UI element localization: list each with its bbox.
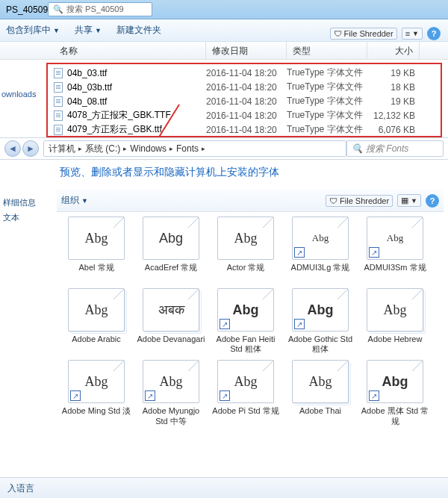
table-row[interactable]: 4079_方正彩云_GBK.ttf2016-11-04 18:20TrueTyp… <box>48 122 441 137</box>
table-row[interactable]: 04b_03b.ttf2016-11-04 18:20TrueType 字体文件… <box>48 80 441 94</box>
font-tile[interactable]: Abg↗Adobe Pi Std 常规 <box>211 360 281 426</box>
font-label: Actor 常规 <box>211 263 281 282</box>
search-icon: 🔍 <box>53 4 63 14</box>
font-tile[interactable]: AbgAcadEref 常规 <box>136 217 206 282</box>
window-title: PS_40509 <box>6 4 48 15</box>
col-date[interactable]: 修改日期 <box>206 42 287 59</box>
font-label: Adobe Hebrew <box>360 334 430 354</box>
sidebar-fonts: 样细信息 文本 <box>0 190 45 231</box>
file-size: 6,076 KB <box>367 125 415 135</box>
sidebar-text-settings[interactable]: 文本 <box>3 211 42 225</box>
view-options-button[interactable]: ≡ ▼ <box>402 28 423 40</box>
file-shredder-button[interactable]: 🛡File Shredder <box>330 28 397 40</box>
toolbar-fonts: 组织▼ 🛡File Shredder ▦▼ ? <box>57 190 444 212</box>
search-fonts-placeholder: 搜索 Fonts <box>366 143 408 155</box>
font-thumbnail: Abg <box>217 217 274 260</box>
breadcrumb[interactable]: 计算机▸系统 (C:)▸Windows▸Fonts▸ <box>43 140 346 157</box>
view-options-button[interactable]: ▦▼ <box>397 194 421 207</box>
font-file-icon <box>54 125 63 135</box>
breadcrumb-segment[interactable]: Fonts <box>176 143 199 154</box>
font-tile[interactable]: AbgAdobe Hebrew <box>360 288 430 354</box>
sidebar-downloads[interactable]: ownloads <box>1 90 45 99</box>
file-date: 2016-11-04 18:20 <box>206 82 287 93</box>
file-size: 12,132 KB <box>367 111 415 121</box>
file-shredder-button[interactable]: 🛡File Shredder <box>326 195 393 207</box>
font-label: Abel 常规 <box>61 263 131 282</box>
font-tile[interactable]: Abg↗Adobe Gothic Std 粗体 <box>285 288 355 354</box>
organize-button[interactable]: 组织▼ <box>61 194 88 207</box>
nav-back-button[interactable]: ◄ <box>4 140 21 157</box>
chevron-down-icon: ▼ <box>95 27 102 34</box>
font-tile[interactable]: Abg↗Adobe Fan Heiti Std 粗体 <box>211 288 281 354</box>
font-label: Adobe Pi Std 常规 <box>211 406 281 426</box>
font-sample: Abg <box>234 374 258 390</box>
font-sample: Abg <box>85 231 108 246</box>
font-tile[interactable]: Abg↗ADMUI3Sm 常规 <box>360 217 430 282</box>
font-sample: Abg <box>387 232 403 244</box>
sidebar-detail-info[interactable]: 样细信息 <box>3 196 42 211</box>
file-date: 2016-11-04 18:20 <box>206 96 287 107</box>
chevron-down-icon: ▼ <box>53 27 60 34</box>
file-name: 4078_方正报宋_GBK.TTF <box>67 109 206 122</box>
font-tile[interactable]: Abg↗Adobe Myungjo Std 中等 <box>136 360 206 426</box>
chevron-down-icon: ▼ <box>412 30 419 37</box>
shortcut-overlay-icon: ↗ <box>220 390 230 401</box>
search-top[interactable]: 🔍 搜索 PS_40509 <box>48 2 152 16</box>
table-row[interactable]: 4078_方正报宋_GBK.TTF2016-11-04 18:20TrueTyp… <box>48 108 441 122</box>
search-fonts[interactable]: 🔍 搜索 Fonts <box>346 140 444 157</box>
font-tile[interactable]: AbgAbel 常规 <box>61 217 131 282</box>
new-folder-button[interactable]: 新建文件夹 <box>116 24 161 37</box>
font-tile[interactable]: अबकAdobe Devanagari <box>136 288 206 354</box>
font-thumbnail: अबक <box>143 288 199 332</box>
font-sample: Abg <box>234 231 258 246</box>
breadcrumb-segment[interactable]: 系统 (C:) <box>85 143 120 155</box>
font-thumbnail: Abg <box>367 288 423 332</box>
file-date: 2016-11-04 18:20 <box>206 111 287 121</box>
search-icon: 🔍 <box>352 143 363 154</box>
font-label: Adobe Myungjo Std 中等 <box>136 406 206 426</box>
font-sample: Abg <box>85 302 108 318</box>
font-thumbnail: Abg <box>143 217 199 260</box>
font-thumbnail: Abg <box>68 288 125 332</box>
file-type: TrueType 字体文件 <box>287 66 367 79</box>
file-type: TrueType 字体文件 <box>287 81 367 93</box>
font-thumbnail: Abg↗ <box>292 217 349 260</box>
col-name[interactable]: 名称 <box>54 42 206 59</box>
font-label: Adobe Arabic <box>61 334 131 354</box>
file-list-highlighted: 04b_03.ttf2016-11-04 18:20TrueType 字体文件1… <box>46 63 442 137</box>
font-sample: अबक <box>158 302 184 318</box>
font-tile[interactable]: AbgAdobe Arabic <box>61 288 131 354</box>
font-label: Adobe Gothic Std 粗体 <box>285 334 355 354</box>
font-sample: Abg <box>308 302 334 318</box>
font-file-icon <box>54 96 63 107</box>
include-in-library-button[interactable]: 包含到库中▼ <box>6 24 60 37</box>
shortcut-overlay-icon: ↗ <box>220 319 230 329</box>
font-tile[interactable]: AbgActor 常规 <box>211 217 281 282</box>
font-thumbnail: Abg↗ <box>143 360 199 403</box>
font-tile[interactable]: Abg↗Adobe 黑体 Std 常规 <box>360 360 430 426</box>
breadcrumb-segment[interactable]: Windows <box>130 143 167 154</box>
font-label: Adobe Thai <box>285 406 355 426</box>
font-thumbnail: Abg↗ <box>68 360 125 403</box>
chevron-down-icon: ▼ <box>411 197 417 205</box>
file-type: TrueType 字体文件 <box>287 109 367 122</box>
font-label: Adobe 黑体 Std 常规 <box>360 406 430 426</box>
font-tile[interactable]: Abg↗ADMUI3Lg 常规 <box>285 217 355 282</box>
breadcrumb-segment[interactable]: 计算机 <box>49 143 75 155</box>
font-tile[interactable]: Abg↗Adobe Ming Std 淡 <box>61 360 131 426</box>
font-tile[interactable]: AbgAdobe Thai <box>285 360 355 426</box>
titlebar: PS_40509 🔍 搜索 PS_40509 <box>0 0 448 19</box>
table-row[interactable]: 04b_03.ttf2016-11-04 18:20TrueType 字体文件1… <box>48 66 441 80</box>
file-name: 04b_08.ttf <box>67 96 206 107</box>
share-button[interactable]: 共享▼ <box>75 24 102 37</box>
nav-forward-button[interactable]: ► <box>22 140 39 157</box>
shield-icon: 🛡 <box>329 196 337 205</box>
file-name: 4079_方正彩云_GBK.ttf <box>67 123 206 136</box>
font-label: ADMUI3Sm 常规 <box>360 263 430 282</box>
shortcut-overlay-icon: ↗ <box>294 247 305 258</box>
help-icon[interactable]: ? <box>427 27 441 40</box>
sidebar-top: ownloads <box>0 60 46 140</box>
shortcut-overlay-icon: ↗ <box>369 390 379 401</box>
table-row[interactable]: 04b_08.ttf2016-11-04 18:20TrueType 字体文件1… <box>48 94 441 108</box>
help-icon[interactable]: ? <box>426 194 439 208</box>
